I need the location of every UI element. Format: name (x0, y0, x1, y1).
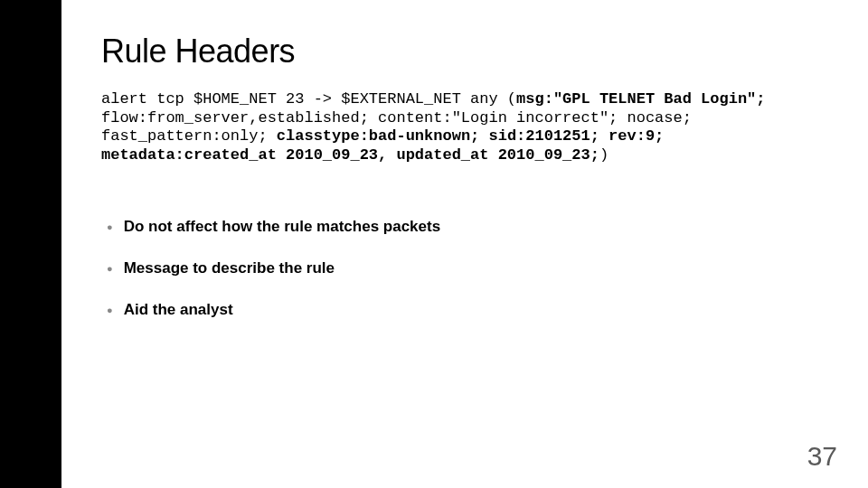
slide-sidebar (0, 0, 61, 488)
bullet-dot-icon: ● (107, 264, 113, 274)
list-item: ● Message to describe the rule (101, 259, 825, 277)
page-number: 37 (807, 441, 837, 472)
code-plain: alert tcp $HOME_NET 23 -> $EXTERNAL_NET … (101, 90, 516, 108)
slide-title: Rule Headers (101, 33, 825, 70)
list-item: ● Aid the analyst (101, 301, 825, 319)
bullet-list: ● Do not affect how the rule matches pac… (101, 218, 825, 319)
bullet-text: Message to describe the rule (124, 259, 335, 277)
code-bold-msg: msg:"GPL TELNET Bad Login"; (516, 90, 765, 108)
slide-content: Rule Headers alert tcp $HOME_NET 23 -> $… (101, 33, 825, 343)
bullet-text: Aid the analyst (124, 301, 233, 319)
rule-code-block: alert tcp $HOME_NET 23 -> $EXTERNAL_NET … (101, 90, 825, 165)
bullet-dot-icon: ● (107, 305, 113, 315)
bullet-text: Do not affect how the rule matches packe… (124, 218, 440, 236)
list-item: ● Do not affect how the rule matches pac… (101, 218, 825, 236)
bullet-dot-icon: ● (107, 222, 113, 232)
code-plain: ) (599, 146, 609, 164)
